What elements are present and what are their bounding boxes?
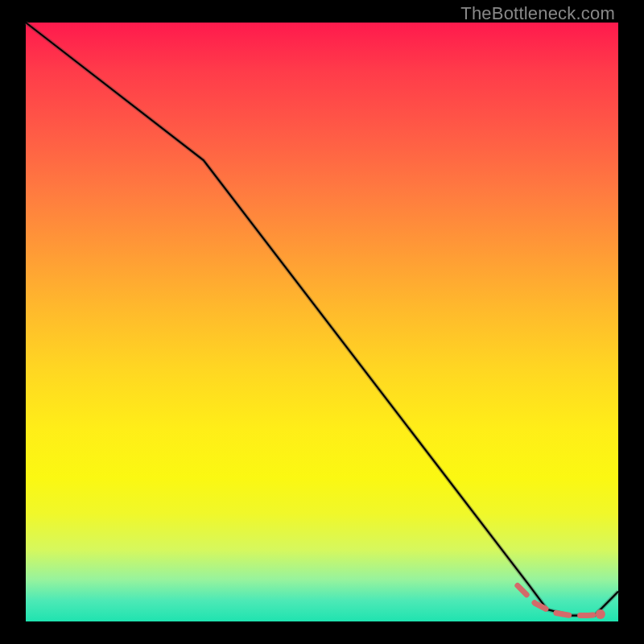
watermark-text: TheBottleneck.com [460,3,615,24]
end-dot [596,609,605,619]
chart-stage: TheBottleneck.com [0,0,644,644]
chart-svg [26,23,618,621]
bottleneck-curve-shadow [26,23,618,616]
plot-area [26,23,618,621]
bottleneck-curve-line [26,23,618,616]
highlighted-range-dashed [518,585,601,615]
